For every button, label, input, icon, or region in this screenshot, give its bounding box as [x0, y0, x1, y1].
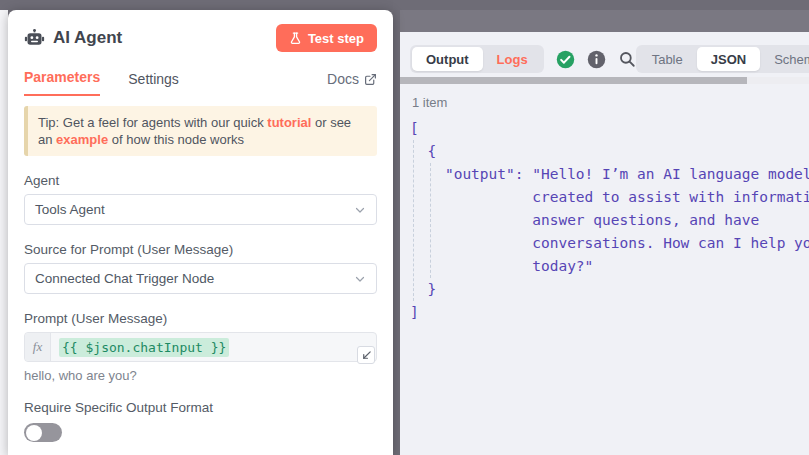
node-title: AI Agent: [53, 28, 276, 48]
items-count: 1 item: [412, 95, 809, 110]
output-panel-header: Output Logs Table JSON Schema: [400, 32, 809, 73]
source-field-group: Source for Prompt (User Message) Connect…: [24, 242, 377, 294]
indent-guide: [430, 163, 431, 278]
chevron-down-icon: [354, 204, 366, 216]
info-icon[interactable]: [587, 50, 606, 69]
source-label: Source for Prompt (User Message): [24, 242, 377, 257]
json-output-view: [ { "output": "Hello! I’m an AI language…: [400, 117, 809, 324]
robot-icon: [24, 28, 45, 49]
canvas-right-band: [400, 10, 809, 32]
output-format-group: Require Specific Output Format: [24, 400, 377, 442]
tab-parameters[interactable]: Parameters: [24, 69, 100, 96]
horizontal-scrollbar[interactable]: [400, 77, 809, 84]
agent-label: Agent: [24, 173, 377, 188]
left-panel-edge: [0, 10, 8, 455]
node-settings-card: AI Agent Test step Parameters Settings D…: [8, 10, 393, 455]
node-tabs: Parameters Settings Docs: [24, 66, 377, 96]
panel-gap: [393, 0, 400, 455]
tab-logs[interactable]: Logs: [483, 47, 542, 71]
flask-icon: [289, 32, 302, 45]
test-step-button[interactable]: Test step: [276, 24, 377, 52]
expression-value[interactable]: {{ $json.chatInput }}: [59, 338, 229, 357]
prompt-field-group: Prompt (User Message) fx {{ $json.chatIn…: [24, 311, 377, 383]
agent-select[interactable]: Tools Agent: [24, 194, 377, 225]
tab-table[interactable]: Table: [638, 47, 697, 71]
output-format-toggle[interactable]: [24, 423, 62, 442]
node-header: AI Agent Test step Parameters Settings D…: [8, 10, 393, 96]
docs-link[interactable]: Docs: [327, 71, 377, 96]
tab-output[interactable]: Output: [412, 47, 483, 71]
external-link-icon: [364, 73, 377, 86]
json-output-text[interactable]: [ { "output": "Hello! I’m an AI language…: [410, 117, 809, 324]
tab-settings[interactable]: Settings: [128, 71, 179, 96]
output-panel: Output Logs Table JSON Schema: [400, 32, 809, 455]
agent-field-group: Agent Tools Agent: [24, 173, 377, 225]
output-format-label: Require Specific Output Format: [24, 400, 377, 415]
scrollbar-thumb[interactable]: [400, 77, 747, 84]
source-select[interactable]: Connected Chat Trigger Node: [24, 263, 377, 294]
tab-schema[interactable]: Schema: [760, 47, 809, 71]
expression-preview: hello, who are you?: [24, 368, 377, 383]
prompt-label: Prompt (User Message): [24, 311, 377, 326]
tutorial-link[interactable]: tutorial: [267, 115, 311, 130]
output-logs-tabs: Output Logs: [410, 45, 544, 73]
toggle-knob: [26, 425, 42, 441]
tip-callout: Tip: Get a feel for agents with our quic…: [24, 106, 377, 156]
chevron-down-icon: [354, 273, 366, 285]
search-icon[interactable]: [618, 50, 636, 68]
indent-guide: [413, 140, 414, 301]
fx-badge: fx: [25, 333, 51, 361]
success-check-icon: [556, 50, 575, 69]
example-link[interactable]: example: [56, 132, 108, 147]
canvas-top-band: [0, 0, 809, 10]
expand-expression-button[interactable]: [357, 346, 375, 364]
expression-input[interactable]: fx {{ $json.chatInput }}: [24, 332, 377, 362]
tab-json[interactable]: JSON: [697, 47, 760, 71]
view-mode-tabs: Table JSON Schema: [636, 45, 809, 73]
